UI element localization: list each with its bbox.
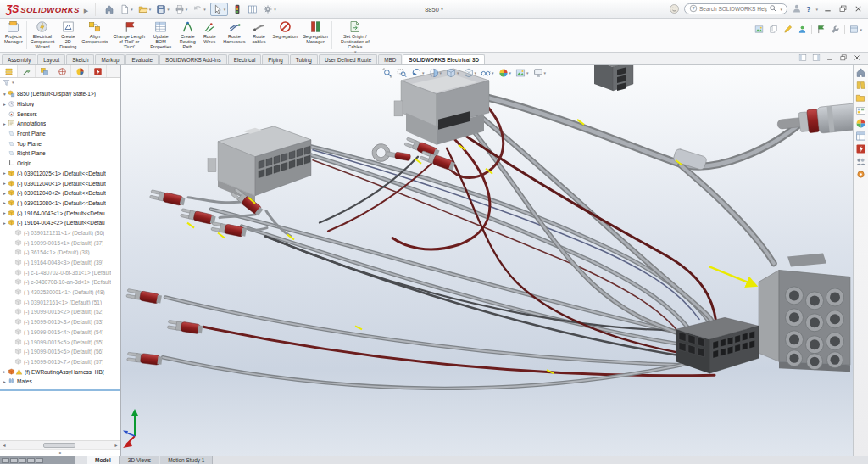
hide-show-items-button[interactable]: ▾	[481, 68, 494, 78]
panel-tab-electrical-manager[interactable]	[89, 65, 107, 77]
tree-item-history[interactable]: ▸History	[0, 99, 120, 109]
tree-item-039012161-1-defaul[interactable]: (-) 039012161<1> (Default) (51)	[0, 297, 120, 307]
tab-user-defined-route[interactable]: User Defined Route	[319, 54, 377, 64]
tab-markup[interactable]: Markup	[95, 54, 125, 64]
gear-button[interactable]: ▾	[262, 3, 277, 15]
tab-scroll-button[interactable]	[10, 458, 18, 463]
design-library-button[interactable]	[855, 80, 866, 91]
tree-item-19164-0043-2-defau[interactable]: ▸(-) 19164-0043<2> (Default<<Defau	[0, 218, 120, 228]
view-settings-button[interactable]: ▾	[533, 68, 547, 78]
edit-component-button[interactable]	[782, 24, 793, 35]
solidworks-resources-button[interactable]	[855, 67, 866, 78]
tab-assembly[interactable]: Assembly	[2, 54, 36, 64]
document-close-button[interactable]	[853, 53, 861, 63]
process-flag-button[interactable]	[815, 24, 826, 35]
scrollbar-track[interactable]	[8, 442, 112, 449]
tab-mbd[interactable]: MBD	[378, 54, 402, 64]
tree-item-origin[interactable]: Origin	[0, 159, 120, 169]
undo-button[interactable]: ▾	[192, 3, 207, 15]
expand-arrow-icon[interactable]: ▾	[2, 92, 8, 97]
tree-item-19099-0015-7-defau[interactable]: (-) 19099-0015<7> (Default) (57)	[0, 357, 120, 367]
update-bom-button[interactable]: Update BOM Properties	[147, 20, 174, 51]
tree-item-19099-0015-2-defau[interactable]: (-) 19099-0015<2> (Default) (52)	[0, 307, 120, 317]
create-routing-path-button[interactable]: Create Routing Path	[176, 20, 198, 51]
panel-tab-display-manager[interactable]	[71, 65, 89, 77]
tree-item-19099-0015-5-defau[interactable]: (-) 19099-0015<5> (Default) (55)	[0, 337, 120, 347]
window-restore-button[interactable]	[837, 4, 849, 14]
file-explorer-button[interactable]	[855, 92, 866, 103]
tree-item-19099-0015-1-defau[interactable]: (-) 19099-0015<1> (Default) (37)	[0, 238, 120, 248]
tab-sketch[interactable]: Sketch	[66, 54, 94, 64]
help-dropdown-icon[interactable]: ▾	[815, 7, 818, 12]
scroll-left-icon[interactable]: ◂	[0, 442, 8, 448]
expand-arrow-icon[interactable]: ▸	[2, 379, 8, 384]
tree-item-0390121211-1-defau[interactable]: (-) 0390121211<1> (Default) (36)	[0, 228, 120, 238]
expand-arrow-icon[interactable]: ▸	[2, 102, 8, 107]
copy-settings-button[interactable]	[768, 24, 779, 35]
open-button[interactable]: ▾	[137, 3, 153, 15]
document-minimize-button[interactable]	[826, 53, 834, 63]
projects-manager-button[interactable]: Projects Manager	[2, 20, 25, 51]
sign-in-user-icon[interactable]	[792, 3, 802, 14]
graphics-viewport[interactable]: ▾▾▾▾▾▾▾▾	[121, 65, 853, 456]
set-origin-destination-button[interactable]: Set Origin / Destination of Cables▾	[333, 20, 377, 51]
bottom-tab-model[interactable]: Model	[86, 456, 120, 464]
align-components-button[interactable]: Align Components	[79, 20, 110, 51]
help-button[interactable]: ?	[806, 5, 811, 14]
expand-arrow-icon[interactable]: ▸	[2, 121, 8, 126]
panel-tab-feature-manager[interactable]	[0, 65, 18, 77]
tree-item-c-0480708-10-an-3d-1[interactable]: (-) c-0480708-10-an-3d<1> (Default	[0, 277, 120, 288]
tree-item-039012040-1-defaul[interactable]: ▸(-) 039012040<1> (Default<<Default	[0, 178, 120, 188]
expand-arrow-icon[interactable]: ▸	[2, 171, 8, 176]
edit-appearance-button[interactable]: ▾	[498, 68, 512, 78]
section-view-button[interactable]: ▾	[429, 68, 442, 78]
bottom-tab-3d-views[interactable]: 3D Views	[120, 456, 159, 464]
print-button[interactable]: ▾	[174, 3, 189, 15]
tree-item-annotations[interactable]: ▸Annotations	[0, 119, 120, 129]
tree-item-sensors[interactable]: Sensors	[0, 109, 120, 119]
help-search-box[interactable]: ? ▾	[684, 3, 787, 14]
tree-item-mates[interactable]: ▸Mates	[0, 377, 120, 387]
tree-item-19099-0015-3-defau[interactable]: (-) 19099-0015<3> (Default) (53)	[0, 317, 120, 327]
filter-dropdown-icon[interactable]: ▾	[12, 80, 14, 85]
route-cables-button[interactable]: Route cables	[248, 20, 270, 51]
expand-arrow-icon[interactable]: ▸	[2, 200, 8, 205]
document-pane-left-button[interactable]	[798, 53, 807, 63]
expand-arrow-icon[interactable]: ▸	[2, 181, 8, 186]
tree-item-root[interactable]: ▾8850 (Default<Display State-1>)	[0, 89, 120, 99]
columns-button[interactable]	[247, 3, 259, 15]
window-view-button[interactable]: ▾	[849, 24, 863, 35]
panel-tab-configuration-manager[interactable]	[36, 65, 53, 77]
window-close-button[interactable]	[853, 4, 864, 14]
view-palette-button[interactable]	[855, 105, 866, 116]
tree-filter-row[interactable]: ▾	[0, 78, 120, 87]
scrollbar-thumb[interactable]	[43, 443, 75, 448]
search-icon[interactable]	[769, 4, 777, 14]
tab-tubing[interactable]: Tubing	[290, 54, 318, 64]
tree-item-19099-0015-4-defau[interactable]: (-) 19099-0015<4> (Default) (54)	[0, 327, 120, 338]
custom-properties-button[interactable]	[855, 131, 866, 142]
panel-collapse-handle[interactable]: •	[0, 449, 120, 456]
tab-electrical[interactable]: Electrical	[228, 54, 262, 64]
tree-item-f-ewroutingassyharness[interactable]: ▸(f) EWRoutingAssyHarness_HB(	[0, 366, 120, 377]
document-restore-button[interactable]	[839, 53, 848, 63]
change-length-button[interactable]: Change Length of 'Rail' or 'Duct'	[111, 20, 148, 51]
display-style-button[interactable]: ▾	[464, 68, 477, 78]
save-button[interactable]: ▾	[155, 3, 170, 15]
previous-view-button[interactable]: ▾	[411, 68, 425, 78]
expand-arrow-icon[interactable]: ▸	[2, 369, 8, 374]
solidworks-forum-button[interactable]	[855, 156, 866, 167]
tree-item-front-plane[interactable]: Front Plane	[0, 129, 120, 139]
window-minimize-button[interactable]	[822, 4, 833, 14]
tree-item-top-plane[interactable]: Top Plane	[0, 138, 120, 148]
tools-wrench-button[interactable]	[830, 24, 841, 35]
tree-item-c-1-480702-0-bt-3d1[interactable]: (-) c-1-480702-0-bt-3d1<1> (Default	[0, 267, 120, 277]
tree-item-19164-0043-3-defau[interactable]: (-) 19164-0043<3> (Default) (39)	[0, 258, 120, 268]
tree-item-36154-1-default[interactable]: (-) 36154<1> (Default) (38)	[0, 248, 120, 258]
tab-scroll-button[interactable]	[36, 458, 43, 463]
tab-layout[interactable]: Layout	[37, 54, 65, 64]
tree-horizontal-scrollbar[interactable]: ◂ ▸	[0, 440, 120, 449]
panel-tab-dimxpert-manager[interactable]	[53, 65, 71, 77]
tab-scroll-button[interactable]	[27, 458, 35, 463]
appearances-scenes-button[interactable]	[855, 118, 866, 129]
